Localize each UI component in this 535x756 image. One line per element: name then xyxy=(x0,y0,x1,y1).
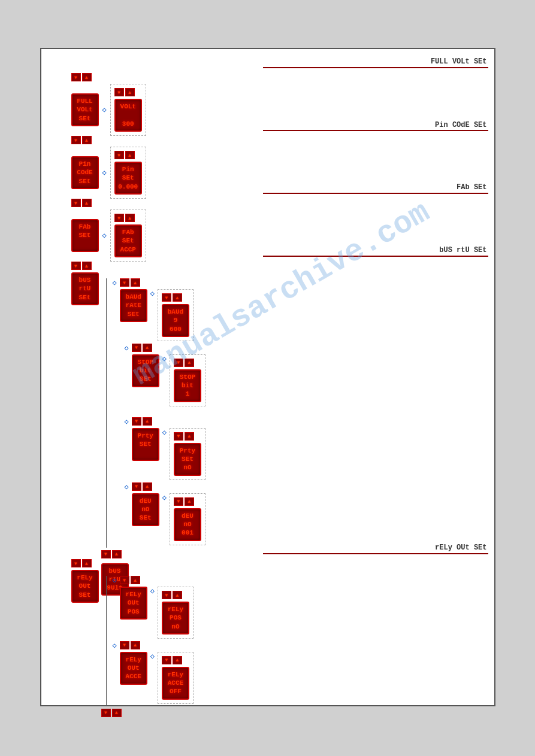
nav-down-baud-v[interactable]: ▼ xyxy=(162,293,171,302)
nav-deu-val: ▼ ▲ xyxy=(174,497,201,506)
nav-rely-pos-top: ▼ ▲ xyxy=(120,576,194,584)
nav-down-bus-bottom[interactable]: ▼ xyxy=(101,550,111,558)
nav-up-prty[interactable]: ▲ xyxy=(143,417,152,426)
led-deu-label: dEUnOSEt xyxy=(132,493,159,526)
nav-arrows-bus-top: ▼ ▲ xyxy=(71,262,205,270)
nav-arrows-pin: ▼ ▲ xyxy=(114,151,142,159)
arrow-1: ◇ xyxy=(102,105,107,114)
led-pin-main: PinCOdESEt xyxy=(71,156,99,189)
nav-stop-top: ▼ ▲ xyxy=(132,344,205,352)
nav-down-stop[interactable]: ▼ xyxy=(132,344,141,352)
nav-down-rely-acce-v[interactable]: ▼ xyxy=(162,656,171,664)
nav-up-1[interactable]: ▲ xyxy=(82,73,92,81)
nav-up-rely-pos-v[interactable]: ▲ xyxy=(173,591,182,599)
rely-acce-row: ◇ ▼ ▲ rELyOUtACCE ◇ ▼ xyxy=(111,641,194,704)
deu-inner: dEUnOSEt ◇ ▼ ▲ dEUnO001 xyxy=(132,493,205,545)
stop-row: ◇ ▼ ▲ StOPbitSEt ◇ ▼ xyxy=(123,344,205,406)
nav-up-rely-bottom[interactable]: ▲ xyxy=(112,709,122,717)
nav-up-rely-acce[interactable]: ▲ xyxy=(131,641,140,649)
nav-down-1[interactable]: ▼ xyxy=(71,73,81,81)
rely-pos-group: ▼ ▲ rELyOUtPOS ◇ ▼ ▲ xyxy=(120,576,194,639)
nav-down-rely-bottom[interactable]: ▼ xyxy=(101,709,111,717)
nav-up-baud[interactable]: ▲ xyxy=(131,278,140,287)
bus-tree: ◇ ▼ ▲ bAUdrAtESEt ◇ ▼ xyxy=(101,272,205,596)
section-label-full-volt: FULL VOLt SEt xyxy=(431,57,487,66)
nav-up-bus-bottom[interactable]: ▲ xyxy=(112,550,122,558)
nav-down-rely-acce[interactable]: ▼ xyxy=(120,641,129,649)
nav-up-bus-top[interactable]: ▲ xyxy=(82,262,92,270)
nav-up-rely-top[interactable]: ▲ xyxy=(82,559,92,567)
nav-up-pin[interactable]: ▲ xyxy=(125,151,135,159)
nav-up-stop-v[interactable]: ▲ xyxy=(185,359,194,367)
arrow-baud: ◇ xyxy=(113,278,117,287)
nav-prty-val: ▼ ▲ xyxy=(174,432,201,441)
dashed-deu: ▼ ▲ dEUnO001 xyxy=(170,493,205,545)
arrow-deu2: ◇ xyxy=(162,493,167,502)
nav-down-pin-top[interactable]: ▼ xyxy=(71,136,81,144)
nav-up-fab-top[interactable]: ▲ xyxy=(82,199,92,207)
prty-inner: PrtySEt ◇ ▼ ▲ PrtySEtnO xyxy=(132,428,205,480)
nav-down-fab-top[interactable]: ▼ xyxy=(71,199,81,207)
led-stop-value: StOPbit1 xyxy=(174,369,201,402)
arrow-prty2: ◇ xyxy=(162,428,167,437)
dashed-baud: ▼ ▲ bAUd9600 xyxy=(158,289,194,341)
main-container: manualsarchive.com FULL VOLt SEt ▼ ▲ FUL… xyxy=(40,48,495,706)
nav-up-rely-pos[interactable]: ▲ xyxy=(131,576,140,584)
nav-down-baud[interactable]: ▼ xyxy=(120,278,129,287)
nav-up-volt[interactable]: ▲ xyxy=(125,88,135,96)
arrow-baud2: ◇ xyxy=(150,289,155,298)
fab-flow: FAbSEt ◇ ▼ ▲ FAbSEtACCP xyxy=(71,210,146,262)
deu-row: ◇ ▼ ▲ dEUnOSEt ◇ ▼ xyxy=(123,482,205,545)
led-rely-pos-label: rELyOUtPOS xyxy=(120,587,147,620)
nav-down-fab[interactable]: ▼ xyxy=(114,214,124,222)
nav-baud-top: ▼ ▲ xyxy=(120,278,194,287)
nav-down-deu-v[interactable]: ▼ xyxy=(174,497,183,506)
arrow-rely-pos: ◇ xyxy=(113,576,117,585)
dashed-volt: ▼ ▲ VOLt 300 xyxy=(110,84,146,136)
full-volt-flow: FULLVOLtSEt ◇ ▼ ▲ VOLt 300 xyxy=(71,84,146,136)
section-label-bus: bUS rtU SEt xyxy=(439,246,486,254)
prty-group: ▼ ▲ PrtySEt ◇ ▼ ▲ xyxy=(132,417,205,480)
bus-rtu-section: ▼ ▲ bUSrtUSEt ◇ ▼ ▲ xyxy=(71,262,205,596)
full-volt-section: ▼ ▲ FULLVOLtSEt ◇ ▼ ▲ VOLt 300 xyxy=(71,73,146,139)
rely-pos-row: ◇ ▼ ▲ rELyOUtPOS ◇ ▼ xyxy=(111,576,194,639)
nav-baud-val: ▼ ▲ xyxy=(162,293,189,302)
nav-up-prty-v[interactable]: ▲ xyxy=(185,432,194,441)
nav-deu-top: ▼ ▲ xyxy=(132,482,205,491)
nav-up-deu[interactable]: ▲ xyxy=(143,482,152,491)
nav-up-rely-acce-v[interactable]: ▲ xyxy=(173,656,182,664)
nav-down-bus-top[interactable]: ▼ xyxy=(71,262,81,270)
nav-down-pin[interactable]: ▼ xyxy=(114,151,124,159)
arrow-prty: ◇ xyxy=(125,417,129,426)
arrow-deu: ◇ xyxy=(125,482,129,491)
nav-down-rely-top[interactable]: ▼ xyxy=(71,559,81,567)
nav-up-pin-top[interactable]: ▲ xyxy=(82,136,92,144)
section-line-full-volt xyxy=(263,67,488,68)
led-full-volt-main: FULLVOLtSEt xyxy=(71,93,99,126)
nav-up-baud-v[interactable]: ▲ xyxy=(173,293,182,302)
arrow-rely-acce: ◇ xyxy=(113,641,117,650)
prty-row: ◇ ▼ ▲ PrtySEt ◇ ▼ xyxy=(123,417,205,480)
nav-down-volt[interactable]: ▼ xyxy=(114,88,124,96)
arrow-stop: ◇ xyxy=(125,344,129,353)
nav-down-deu[interactable]: ▼ xyxy=(132,482,141,491)
fab-section: ▼ ▲ FAbSEt ◇ ▼ ▲ FAbSEtACCP xyxy=(71,199,146,265)
led-rely-acce-value: rELyACCEOFF xyxy=(162,667,189,700)
stop-group: ▼ ▲ StOPbitSEt ◇ ▼ ▲ xyxy=(132,344,205,406)
nav-up-deu-v[interactable]: ▲ xyxy=(185,497,194,506)
nav-down-rely-pos[interactable]: ▼ xyxy=(120,576,129,584)
nav-down-rely-pos-v[interactable]: ▼ xyxy=(162,591,171,599)
nav-down-stop-v[interactable]: ▼ xyxy=(174,359,183,367)
nav-up-stop[interactable]: ▲ xyxy=(143,344,152,352)
rely-acce-inner: rELyOUtACCE ◇ ▼ ▲ rELyACCEOFF xyxy=(120,652,194,704)
rely-bottom-nav: ▼ ▲ xyxy=(101,709,122,719)
rely-acce-group: ▼ ▲ rELyOUtACCE ◇ ▼ ▲ xyxy=(120,641,194,704)
led-deu-value: dEUnO001 xyxy=(174,508,201,541)
nav-down-prty[interactable]: ▼ xyxy=(132,417,141,426)
nav-up-fab[interactable]: ▲ xyxy=(125,214,135,222)
arrow-rely-acce2: ◇ xyxy=(150,652,155,661)
nav-down-prty-v[interactable]: ▼ xyxy=(174,432,183,441)
arrow-fab: ◇ xyxy=(102,231,107,240)
dashed-pin: ▼ ▲ PinSEt0.000 xyxy=(110,147,146,199)
dashed-stop: ▼ ▲ StOPbit1 xyxy=(170,354,205,406)
